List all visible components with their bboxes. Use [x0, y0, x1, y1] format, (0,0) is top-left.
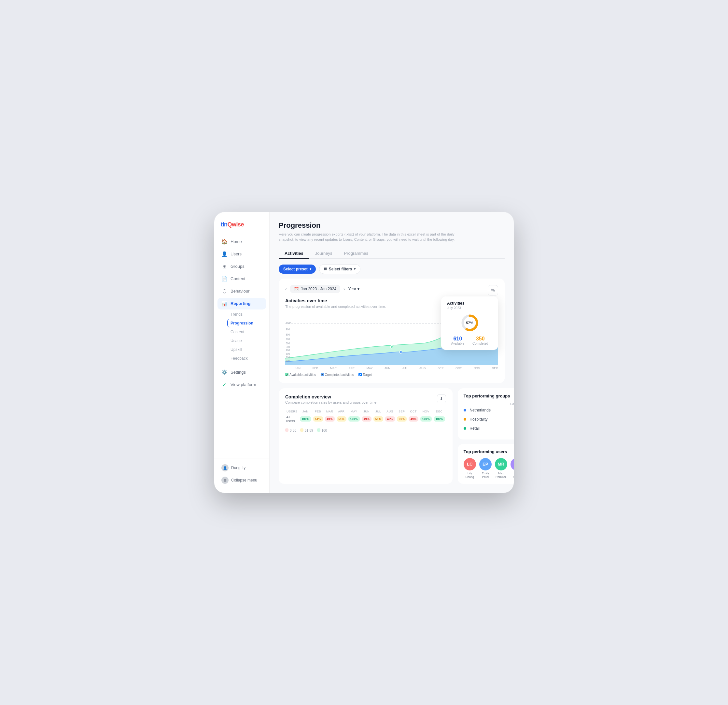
cell-oct: 49% — [407, 414, 419, 424]
stat-available-value: 610 — [451, 336, 464, 342]
cell-jan: 100% — [299, 414, 312, 424]
chart-legend: Available activities Completed activitie… — [285, 373, 498, 376]
behaviour-icon: ⬡ — [221, 288, 227, 294]
cell-aug: 49% — [384, 414, 396, 424]
top-users-row: LC LilyChang EP EmilyPatel MR MaxRamirez — [464, 458, 514, 479]
home-icon: 🏠 — [221, 239, 227, 245]
filters-chevron: ▾ — [354, 267, 355, 271]
sidebar-item-reporting[interactable]: 📊 Reporting — [218, 298, 266, 310]
x-label-aug: AUG — [419, 366, 426, 370]
col-dec: DEC — [433, 409, 446, 414]
reporting-icon: 📊 — [221, 301, 227, 307]
collapse-icon: ☰ — [221, 476, 228, 484]
sub-item-trends[interactable]: Trends — [227, 310, 266, 318]
x-label-jan: JAN — [295, 366, 300, 370]
sidebar-label-reporting: Reporting — [231, 301, 250, 306]
svg-text:100: 100 — [286, 359, 290, 363]
sidebar-label-view-platform: View platform — [231, 382, 256, 387]
select-preset-button[interactable]: Select preset ▾ — [279, 265, 316, 274]
cell-jun: 49% — [361, 414, 373, 424]
legend-available: Available activities — [285, 373, 316, 376]
group-name-hospitality: Hospitality — [469, 417, 487, 421]
col-nov: NOV — [419, 409, 433, 414]
sidebar-item-users[interactable]: 👤 Users — [218, 248, 266, 260]
sidebar-label-behaviour: Behaviour — [231, 289, 250, 294]
sidebar-label-home: Home — [231, 239, 242, 244]
col-oct: OCT — [407, 409, 419, 414]
user-card-lily: LC LilyChang — [464, 458, 476, 479]
group-row-netherlands: Netherlands 780 — [464, 407, 514, 413]
tab-journeys[interactable]: Journeys — [309, 248, 338, 259]
svg-text:900: 900 — [286, 328, 290, 332]
top-users-title: Top performing users — [464, 449, 514, 454]
percent-button[interactable]: % — [488, 285, 498, 295]
svg-text:800: 800 — [286, 333, 290, 337]
completion-title: Completion overview — [285, 394, 377, 400]
sub-item-usage[interactable]: Usage — [227, 337, 266, 345]
sidebar-label-settings: Settings — [231, 370, 246, 375]
sidebar: tinQwise 🏠 Home 👤 Users ⊞ Groups 📄 Conte… — [214, 212, 270, 493]
sub-item-progression[interactable]: Progression — [227, 319, 266, 327]
sub-item-upskill[interactable]: Upskill — [227, 345, 266, 354]
x-label-apr: APR — [349, 366, 355, 370]
svg-point-1 — [390, 345, 393, 348]
svg-text:300: 300 — [286, 352, 290, 355]
user-profile[interactable]: 👤 Dung Ly — [218, 462, 266, 474]
sub-item-feedback[interactable]: Feedback — [227, 354, 266, 363]
legend-target-checkbox[interactable] — [358, 373, 362, 376]
select-filters-button[interactable]: ⊞ Select filters ▾ — [319, 264, 360, 274]
user-name-ava: AvaSmith — [510, 472, 514, 479]
sub-item-content[interactable]: Content — [227, 328, 266, 336]
group-dot-netherlands — [464, 409, 466, 411]
sidebar-label-groups: Groups — [231, 264, 244, 269]
sidebar-item-settings[interactable]: ⚙️ Settings — [218, 366, 266, 378]
sidebar-item-home[interactable]: 🏠 Home — [218, 236, 266, 248]
sidebar-item-content[interactable]: 📄 Content — [218, 273, 266, 285]
sidebar-item-behaviour[interactable]: ⬡ Behaviour — [218, 285, 266, 297]
tab-activities[interactable]: Activities — [279, 248, 309, 259]
sidebar-item-view-platform[interactable]: ✓ View platform — [218, 379, 266, 391]
main-tabs: Activities Journeys Programmes — [279, 248, 505, 259]
sidebar-bottom: 👤 Dung Ly ☰ Collapse menu — [214, 458, 269, 486]
col-jun: JUN — [361, 409, 373, 414]
date-prev-button[interactable]: ‹ — [285, 287, 287, 292]
legend-available-checkbox[interactable] — [285, 373, 289, 376]
bottom-grid: Completion overview Compare completion r… — [279, 388, 505, 484]
logo-part1: tin — [221, 221, 228, 228]
group-dot-hospitality — [464, 418, 466, 421]
right-cards: Top performing groups Completed activiti… — [458, 388, 514, 484]
filter-icon: ⊞ — [324, 267, 327, 271]
cell-dec: 100% — [433, 414, 446, 424]
cell-apr: 51% — [336, 414, 347, 424]
group-name-netherlands: Netherlands — [469, 408, 491, 413]
collapse-menu-button[interactable]: ☰ Collapse menu — [218, 474, 266, 486]
period-text: Year — [348, 287, 356, 291]
cell-nov: 100% — [419, 414, 433, 424]
main-content: Progression Here you can create progress… — [270, 212, 514, 493]
group-row-retail: Retail 350 — [464, 425, 514, 431]
col-jan: JAN — [299, 409, 312, 414]
cell-feb: 51% — [312, 414, 324, 424]
group-dot-retail — [464, 427, 466, 430]
user-name: Dung Ly — [231, 466, 246, 470]
legend-target: Target — [358, 373, 372, 376]
avatar-emily: EP — [479, 458, 492, 470]
svg-text:600: 600 — [286, 342, 290, 345]
svg-text:400: 400 — [286, 349, 290, 352]
popup-title: Activities — [447, 301, 492, 305]
completion-download-button[interactable]: ⬇ — [437, 394, 446, 403]
tab-programmes[interactable]: Programmes — [338, 248, 374, 259]
sidebar-item-groups[interactable]: ⊞ Groups — [218, 261, 266, 272]
device-frame: tinQwise 🏠 Home 👤 Users ⊞ Groups 📄 Conte… — [214, 212, 514, 493]
user-name-emily: EmilyPatel — [479, 472, 492, 479]
col-feb: FEB — [312, 409, 324, 414]
legend-completed-checkbox[interactable] — [321, 373, 324, 376]
popup-donut: 57% — [447, 313, 492, 333]
cell-jul: 51% — [373, 414, 384, 424]
period-select[interactable]: Year ▾ — [348, 287, 360, 291]
x-label-dec: DEC — [492, 366, 498, 370]
col-mar: MAR — [324, 409, 336, 414]
date-next-button[interactable]: › — [344, 287, 345, 292]
page-title: Progression — [279, 221, 505, 230]
view-platform-icon: ✓ — [221, 382, 227, 388]
